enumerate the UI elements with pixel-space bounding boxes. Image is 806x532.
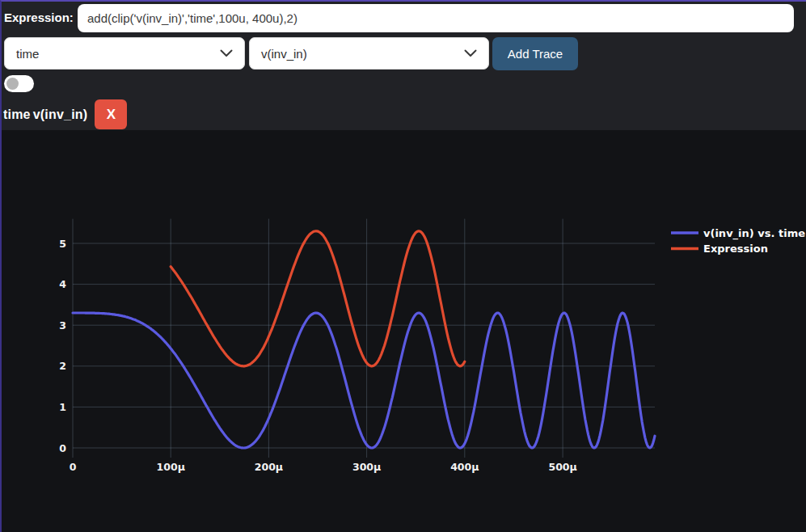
x-tick-label: 400µ [450,461,479,473]
trace-tab: time v(inv_in) X [3,99,127,130]
y-tick-label: 2 [59,360,66,372]
options-toggle[interactable] [4,75,34,92]
chevron-down-icon [220,49,233,57]
remove-trace-button[interactable]: X [95,99,127,129]
y-tick-label: 5 [59,238,66,250]
x-tick-label: 100µ [157,461,185,473]
waveform-viewer-app: Expression: time v(inv_in) Add Trace tim [0,0,806,532]
toggle-knob-icon [6,78,19,90]
expression-input[interactable] [78,4,794,32]
y-tick-label: 3 [59,319,66,331]
x-tick-label: 0 [70,461,77,473]
trace-expression[interactable] [171,231,465,366]
trace-tab-x-label: time [3,108,31,122]
chevron-down-icon [464,49,477,57]
legend-item[interactable]: v(inv_in) vs. time [671,227,805,240]
expression-label: Expression: [4,11,74,24]
legend-label: Expression [703,243,768,255]
x-signal-select[interactable]: time [4,37,245,70]
y-signal-select-value: v(inv_in) [261,47,307,61]
x-tick-label: 200µ [255,461,283,473]
trace-signal[interactable] [73,313,655,448]
y-signal-select[interactable]: v(inv_in) [249,37,489,70]
toolbar: Expression: time v(inv_in) Add Trace tim [2,2,806,130]
chart-section: 0123450100µ200µ300µ400µ500µv(inv_in) vs.… [2,130,806,532]
trace-tab-y-label: v(inv_in) [33,108,88,122]
x-tick-label: 500µ [548,461,576,473]
y-tick-label: 0 [59,442,66,454]
add-trace-button[interactable]: Add Trace [492,37,578,70]
legend-label: v(inv_in) vs. time [703,227,805,240]
legend-item[interactable]: Expression [671,243,768,255]
y-tick-label: 4 [59,278,66,290]
x-tick-label: 300µ [352,461,381,473]
x-signal-select-value: time [16,47,39,61]
waveform-chart[interactable]: 0123450100µ200µ300µ400µ500µv(inv_in) vs.… [2,130,806,532]
y-tick-label: 1 [59,401,66,413]
